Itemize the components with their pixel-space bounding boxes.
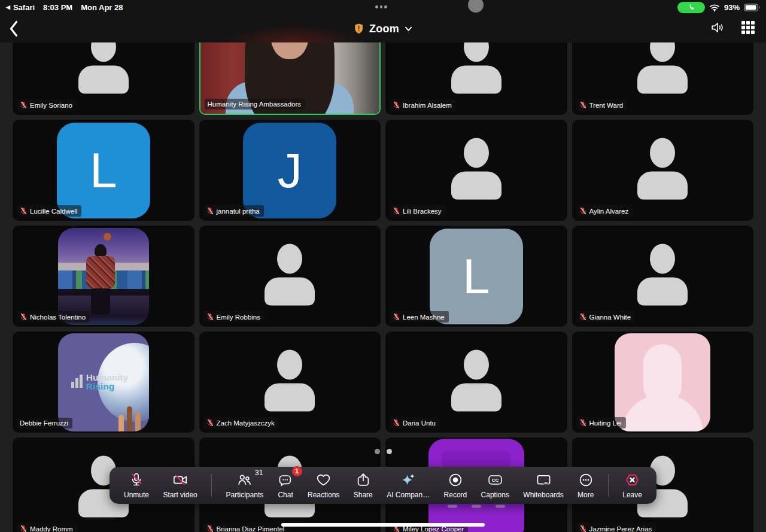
participant-name-tag: Brianna Diaz Pimentel: [203, 523, 289, 532]
participant-name-tag: Emily Robbins: [203, 311, 265, 323]
home-indicator[interactable]: [281, 523, 485, 527]
toolbar-item-label: Leave: [622, 491, 642, 499]
date: Mon Apr 28: [81, 3, 123, 12]
participant-name: Leen Mashne: [403, 314, 445, 321]
mic-muted-icon: [579, 313, 587, 321]
mic-muted-icon: [579, 525, 587, 532]
logo-text-line1: Humanity: [86, 373, 129, 382]
participant-tile[interactable]: LLucille Caldwell: [13, 120, 194, 221]
heart-icon: [315, 472, 332, 488]
share-button[interactable]: Share: [354, 472, 373, 499]
meeting-nav-bar: Zoom: [0, 15, 766, 42]
logo-text-line2: Rising: [86, 382, 129, 391]
video-slash-icon: [172, 472, 189, 488]
record-button[interactable]: Record: [444, 472, 467, 499]
phone-icon: [687, 4, 695, 11]
participants-count: 31: [255, 469, 263, 477]
reactions-button[interactable]: Reactions: [308, 472, 339, 499]
nav-glow: [215, 15, 371, 42]
meeting-title: Zoom: [369, 23, 399, 35]
mic-muted-icon: [206, 207, 214, 215]
mic-muted-icon: [579, 207, 587, 215]
svg-text:CC: CC: [492, 478, 499, 483]
participant-tile[interactable]: LLeen Mashne: [385, 226, 567, 327]
captions-button[interactable]: CCCaptions: [481, 472, 509, 499]
ai-companion-button[interactable]: AI Compan…: [387, 472, 430, 499]
participant-tile[interactable]: Jjannatul pritha: [199, 120, 381, 221]
participant-name: Ibrahim Alsalem: [403, 102, 452, 109]
participant-tile[interactable]: Aylin Alvarez: [572, 120, 754, 221]
profile-photo-bowling: [58, 228, 149, 325]
avatar-silhouette-icon: [451, 138, 501, 199]
avatar-silhouette-icon: [637, 138, 688, 199]
start-video-button[interactable]: Start video: [163, 472, 197, 499]
profile-photo-humanity-rising-logo: HumanityRising: [58, 333, 149, 431]
participants-button[interactable]: 31Participants: [226, 472, 264, 499]
participant-name: jannatul pritha: [217, 208, 260, 215]
meeting-title-dropdown[interactable]: Zoom: [354, 15, 412, 42]
toolbar-item-label: Captions: [481, 491, 509, 499]
back-to-app-label: Safari: [13, 3, 35, 12]
participant-name: Nicholas Tolentino: [30, 314, 86, 321]
avatar-silhouette-icon: [265, 349, 315, 411]
chat-button[interactable]: 1Chat: [278, 472, 294, 499]
participant-name-tag: Debbie Ferruzzi: [17, 418, 72, 428]
security-shield-icon: [354, 23, 364, 35]
toolbar-divider: [608, 474, 609, 497]
avatar-silhouette-icon: [265, 244, 315, 305]
participant-tile[interactable]: Daria Untu: [385, 332, 567, 433]
participant-tile[interactable]: Zach Matyjaszczyk: [199, 332, 381, 433]
participant-initial: L: [57, 123, 150, 218]
mic-muted-icon: [393, 101, 400, 109]
participant-name-tag: Gianna White: [576, 311, 636, 323]
participant-name: Zach Matyjaszczyk: [217, 419, 275, 427]
participant-tile[interactable]: HumanityRisingDebbie Ferruzzi: [13, 332, 194, 433]
mic-muted-icon: [579, 101, 587, 109]
participant-tile[interactable]: Nicholas Tolentino: [13, 226, 194, 327]
page-dot: [375, 449, 380, 454]
mic-muted-icon: [393, 207, 400, 215]
participant-tile[interactable]: Gianna White: [572, 226, 754, 327]
participant-tile[interactable]: Lili Brackesy: [385, 120, 567, 221]
chevron-down-icon: [405, 26, 412, 32]
back-to-app-indicator[interactable]: ◀ Safari: [6, 3, 35, 12]
chat-unread-badge: 1: [292, 466, 302, 476]
active-call-pill[interactable]: [677, 2, 705, 13]
unmute-button[interactable]: Unmute: [124, 472, 149, 499]
logo-hands-icon: [71, 373, 83, 388]
grid-view-icon: [741, 20, 755, 35]
participant-name-tag: Jazmine Perez Arias: [576, 523, 656, 532]
speaker-icon: [710, 20, 725, 35]
participant-name: Jazmine Perez Arias: [589, 525, 652, 532]
mic-muted-icon: [393, 313, 400, 321]
mic-muted-icon: [393, 419, 400, 427]
chat-icon: 1: [278, 472, 294, 488]
captions-icon: CC: [487, 472, 503, 488]
toolbar-item-label: Start video: [163, 491, 197, 499]
ai-icon: [400, 472, 417, 488]
gallery-page-dots: [375, 449, 392, 454]
wifi-icon: [709, 4, 720, 12]
mic-muted-icon: [206, 525, 214, 532]
participant-name: Humanity Rising Ambassadors: [208, 101, 302, 108]
meeting-toolbar: UnmuteStart video31Participants1ChatReac…: [110, 467, 656, 504]
mic-muted-icon: [20, 101, 28, 109]
toolbar-item-label: Reactions: [308, 491, 339, 499]
battery-icon: [744, 4, 760, 11]
record-icon: [448, 472, 463, 488]
toolbar-item-label: Unmute: [124, 491, 149, 499]
back-button[interactable]: [8, 20, 19, 40]
more-button[interactable]: More: [577, 472, 594, 499]
leave-button[interactable]: Leave: [622, 472, 642, 499]
participant-name: Gianna White: [589, 314, 631, 321]
share-icon: [355, 472, 371, 488]
mic-muted-icon: [206, 419, 214, 427]
audio-output-button[interactable]: [710, 20, 725, 37]
view-switch-button[interactable]: [741, 20, 755, 37]
participant-tile[interactable]: Huiting Lei: [572, 332, 754, 433]
battery-percent: 93%: [724, 3, 740, 12]
participant-tile[interactable]: Emily Robbins: [199, 226, 381, 327]
whiteboards-button[interactable]: Whiteboards: [523, 472, 563, 499]
participant-name-tag: Huiting Lei: [576, 417, 626, 428]
participant-name-tag: Aylin Alvarez: [576, 205, 633, 217]
